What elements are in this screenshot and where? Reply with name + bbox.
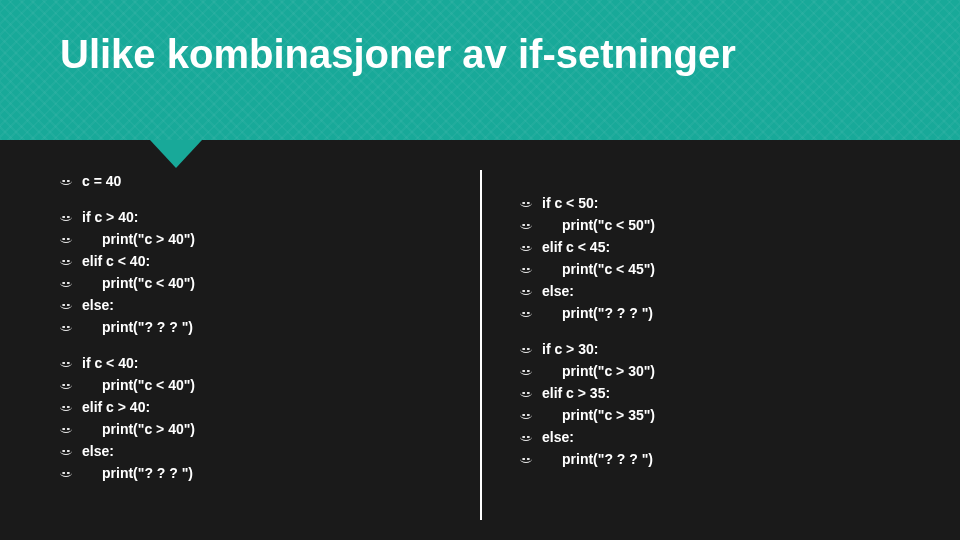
left-block-2: if c > 40:print("c > 40")elif c < 40:pri… [60, 206, 490, 338]
code-line: else: [60, 294, 490, 316]
slide: Ulike kombinasjoner av if-setninger c = … [0, 0, 960, 540]
right-block-1: if c < 50:print("c < 50")elif c < 45:pri… [520, 192, 950, 324]
code-line: print("c > 40") [60, 228, 490, 250]
code-line: elif c > 35: [520, 382, 950, 404]
code-line: print("c > 30") [520, 360, 950, 382]
code-line: if c < 50: [520, 192, 950, 214]
left-column: c = 40 if c > 40:print("c > 40")elif c <… [60, 170, 490, 498]
code-line: else: [520, 280, 950, 302]
code-line: else: [60, 440, 490, 462]
code-line: print("? ? ? ") [520, 302, 950, 324]
code-line: print("c > 40") [60, 418, 490, 440]
content-area: c = 40 if c > 40:print("c > 40")elif c <… [0, 170, 960, 540]
right-column: if c < 50:print("c < 50")elif c < 45:pri… [520, 192, 950, 484]
code-line: elif c > 40: [60, 396, 490, 418]
code-line: elif c < 40: [60, 250, 490, 272]
code-line: print("? ? ? ") [60, 316, 490, 338]
code-line: print("c < 45") [520, 258, 950, 280]
code-line: c = 40 [60, 170, 490, 192]
code-line: if c < 40: [60, 352, 490, 374]
code-line: if c > 30: [520, 338, 950, 360]
right-block-2: if c > 30:print("c > 30")elif c > 35:pri… [520, 338, 950, 470]
code-line: print("? ? ? ") [520, 448, 950, 470]
code-line: print("c < 40") [60, 374, 490, 396]
slide-title: Ulike kombinasjoner av if-setninger [60, 32, 736, 77]
code-line: print("c < 50") [520, 214, 950, 236]
code-line: print("c < 40") [60, 272, 490, 294]
left-block-3: if c < 40:print("c < 40")elif c > 40:pri… [60, 352, 490, 484]
left-block-1: c = 40 [60, 170, 490, 192]
code-line: else: [520, 426, 950, 448]
header-pointer [150, 140, 202, 168]
code-line: print("c > 35") [520, 404, 950, 426]
code-line: if c > 40: [60, 206, 490, 228]
code-line: elif c < 45: [520, 236, 950, 258]
code-line: print("? ? ? ") [60, 462, 490, 484]
